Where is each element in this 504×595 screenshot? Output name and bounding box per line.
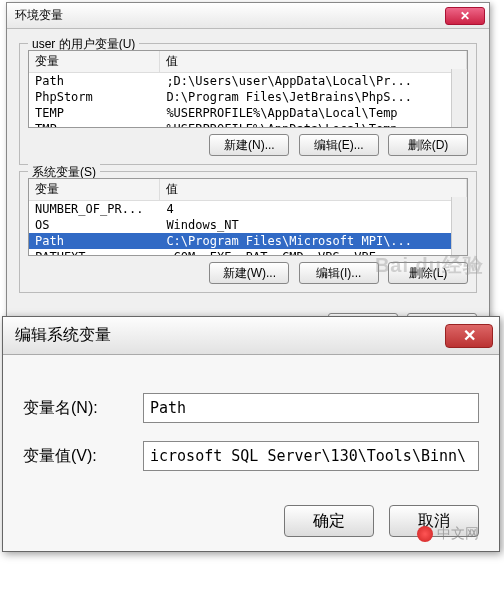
close-icon: ✕ (463, 326, 476, 345)
form: 变量名(N): 变量值(V): (3, 355, 499, 499)
titlebar: 编辑系统变量 ✕ (3, 317, 499, 355)
name-input[interactable] (143, 393, 479, 423)
scrollbar[interactable] (451, 197, 467, 255)
user-vars-list[interactable]: 变量 值 Path;D:\Users\user\AppData\Local\Pr… (28, 50, 468, 128)
env-vars-dialog: 环境变量 ✕ user 的用户变量(U) 变量 值 Path;D:\Users\… (6, 2, 490, 348)
new-button[interactable]: 新建(W)... (209, 262, 289, 284)
ok-button[interactable]: 确定 (284, 505, 374, 537)
col-val[interactable]: 值 (160, 51, 467, 73)
list-item[interactable]: PhpStormD:\Program Files\JetBrains\PhpS.… (29, 89, 467, 105)
value-row: 变量值(V): (23, 441, 479, 471)
user-vars-group: user 的用户变量(U) 变量 值 Path;D:\Users\user\Ap… (19, 43, 477, 165)
dialog-title: 编辑系统变量 (9, 325, 445, 346)
close-button[interactable]: ✕ (445, 7, 485, 25)
watermark: 中文网 (417, 525, 479, 543)
watermark-text: 中文网 (437, 525, 479, 543)
sys-vars-list[interactable]: 变量 值 NUMBER_OF_PR...4 OSWindows_NT PathC… (28, 178, 468, 256)
value-input[interactable] (143, 441, 479, 471)
col-var[interactable]: 变量 (29, 51, 160, 73)
name-label: 变量名(N): (23, 398, 143, 419)
value-label: 变量值(V): (23, 446, 143, 467)
edit-button[interactable]: 编辑(E)... (299, 134, 379, 156)
col-var[interactable]: 变量 (29, 179, 160, 201)
name-row: 变量名(N): (23, 393, 479, 423)
user-btn-row: 新建(N)... 编辑(E)... 删除(D) (28, 134, 468, 156)
php-logo-icon (417, 526, 433, 542)
scrollbar[interactable] (451, 69, 467, 127)
list-item[interactable]: NUMBER_OF_PR...4 (29, 201, 467, 217)
list-header: 变量 值 (29, 179, 467, 201)
edit-button[interactable]: 编辑(I)... (299, 262, 379, 284)
col-val[interactable]: 值 (160, 179, 467, 201)
delete-button[interactable]: 删除(D) (388, 134, 468, 156)
titlebar: 环境变量 ✕ (7, 3, 489, 29)
list-item[interactable]: TMP%USERPROFILE%\AppData\Local\Temp (29, 121, 467, 128)
list-item[interactable]: TEMP%USERPROFILE%\AppData\Local\Temp (29, 105, 467, 121)
list-item[interactable]: PathC:\Program Files\Microsoft MPI\... (29, 233, 467, 249)
close-icon: ✕ (460, 9, 470, 23)
list-item[interactable]: OSWindows_NT (29, 217, 467, 233)
close-button[interactable]: ✕ (445, 324, 493, 348)
list-item[interactable]: Path;D:\Users\user\AppData\Local\Pr... (29, 73, 467, 89)
new-button[interactable]: 新建(N)... (209, 134, 289, 156)
list-header: 变量 值 (29, 51, 467, 73)
dialog-title: 环境变量 (11, 7, 445, 24)
watermark: Bai du经验 (375, 252, 484, 279)
edit-sysvar-dialog: 编辑系统变量 ✕ 变量名(N): 变量值(V): 确定 取消 中文网 (2, 316, 500, 552)
